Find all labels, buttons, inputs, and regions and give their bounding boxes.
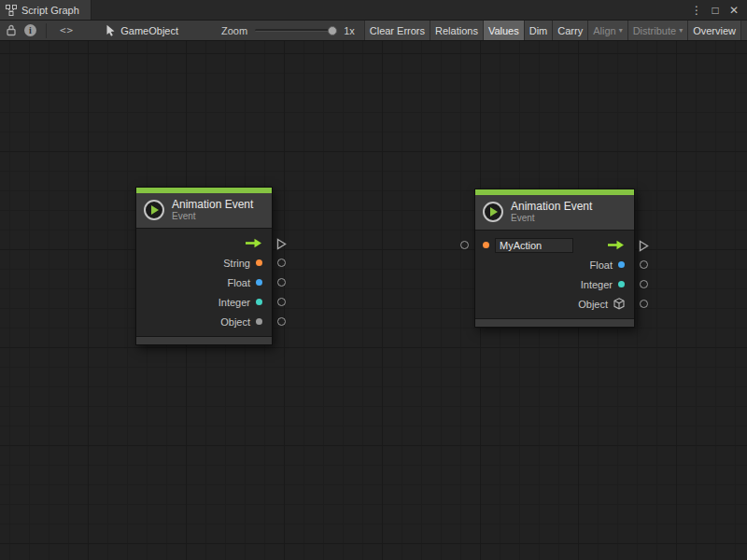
port-row-flow-out: [136, 233, 272, 253]
port-row-object: Object: [475, 294, 634, 314]
overview-button[interactable]: Overview: [687, 21, 741, 40]
node-header: Animation Event Event: [475, 195, 634, 231]
port-label-string: String: [223, 258, 250, 269]
port-label-integer: Integer: [581, 279, 613, 290]
maximize-icon[interactable]: □: [708, 4, 723, 17]
port-row-integer: Integer: [136, 292, 272, 312]
object-out-port[interactable]: [640, 300, 648, 308]
clear-errors-button[interactable]: Clear Errors: [364, 21, 430, 40]
distribute-label: Distribute: [633, 25, 676, 36]
lock-icon[interactable]: [6, 24, 17, 36]
graph-icon: [6, 5, 17, 16]
menu-icon[interactable]: ⋮: [689, 4, 704, 17]
flow-arrow-icon: [245, 238, 262, 248]
align-label: Align: [593, 25, 615, 36]
align-dropdown[interactable]: Align ▾: [587, 21, 627, 40]
relations-button[interactable]: Relations: [430, 21, 484, 40]
edit-script-icon[interactable]: <>: [60, 24, 74, 36]
string-out-port[interactable]: [277, 259, 286, 267]
info-icon[interactable]: i: [24, 24, 36, 36]
node-subtitle: Event: [511, 213, 592, 224]
relations-label: Relations: [435, 25, 478, 36]
zoom-slider[interactable]: [255, 25, 337, 36]
graph-toolbar: i <> GameObject Zoom 1x Clear Errors Rel…: [0, 21, 747, 41]
toolbar-divider: [46, 23, 47, 38]
gameobject-cursor-icon: [106, 24, 116, 36]
carry-button[interactable]: Carry: [552, 21, 588, 40]
float-type-icon: [618, 261, 625, 268]
flow-out-port[interactable]: [276, 238, 287, 250]
string-type-icon: [483, 242, 489, 248]
flow-arrow-icon: [607, 240, 625, 250]
port-row-string: String: [136, 253, 272, 273]
script-graph-window: Script Graph ⋮ □ ✕ i <> GameObject Zoom: [0, 0, 747, 560]
node-title: Animation Event: [172, 198, 253, 211]
port-label-object: Object: [220, 316, 250, 328]
integer-out-port[interactable]: [640, 280, 648, 288]
object-out-port[interactable]: [277, 317, 286, 326]
port-row-object: Object: [136, 312, 272, 331]
dim-button[interactable]: Dim: [524, 21, 554, 40]
port-row-action-flow: [475, 235, 634, 255]
flow-out-port[interactable]: [639, 240, 649, 252]
values-label: Values: [488, 25, 519, 36]
node-animation-event-2[interactable]: Animation Event Event: [474, 189, 635, 328]
values-button[interactable]: Values: [483, 21, 525, 40]
chevron-down-icon: ▾: [679, 26, 683, 35]
port-row-float: Float: [136, 273, 272, 292]
integer-type-icon: [618, 281, 625, 287]
port-label-object: Object: [578, 299, 608, 310]
node-footer: [136, 336, 272, 344]
node-body: String Float Integer Object: [136, 229, 272, 336]
gameobject-label: GameObject: [120, 25, 178, 36]
toolbar-buttons: Clear Errors Relations Values Dim Carry …: [364, 21, 740, 40]
zoom-label: Zoom: [221, 25, 247, 36]
action-in-port[interactable]: [460, 241, 469, 249]
event-play-icon: [144, 200, 164, 220]
integer-type-icon: [256, 299, 262, 305]
object-type-icon: [256, 318, 262, 325]
port-row-integer: Integer: [475, 274, 634, 294]
action-name-input[interactable]: [495, 238, 573, 253]
port-label-float: Float: [228, 277, 250, 288]
close-icon[interactable]: ✕: [726, 4, 741, 17]
overview-label: Overview: [693, 25, 736, 36]
tab-script-graph[interactable]: Script Graph: [0, 0, 92, 20]
tab-label: Script Graph: [21, 5, 79, 16]
float-type-icon: [256, 279, 262, 286]
zoom-slider-handle[interactable]: [328, 26, 337, 35]
float-out-port[interactable]: [277, 278, 286, 287]
node-title: Animation Event: [511, 200, 592, 213]
carry-label: Carry: [557, 25, 583, 36]
node-footer: [475, 318, 634, 327]
node-animation-event-1[interactable]: Animation Event Event String: [135, 187, 273, 345]
titlebar-controls: ⋮ □ ✕: [689, 0, 747, 20]
object-cube-icon: [613, 298, 625, 310]
zoom-slider-track: [255, 29, 337, 32]
port-label-integer: Integer: [218, 297, 250, 308]
node-header: Animation Event Event: [136, 193, 272, 229]
node-subtitle: Event: [172, 211, 253, 222]
distribute-dropdown[interactable]: Distribute ▾: [627, 21, 688, 40]
string-type-icon: [256, 259, 262, 266]
float-out-port[interactable]: [640, 260, 648, 269]
port-row-float: Float: [475, 255, 634, 274]
zoom-value: 1x: [344, 25, 355, 36]
port-label-float: Float: [590, 259, 613, 271]
dim-label: Dim: [529, 25, 548, 36]
event-play-icon: [483, 202, 503, 222]
clear-errors-label: Clear Errors: [370, 25, 425, 36]
graph-canvas[interactable]: Animation Event Event String: [0, 41, 747, 560]
node-body: Float Integer Object: [475, 231, 634, 318]
integer-out-port[interactable]: [277, 298, 286, 306]
titlebar-spacer: [92, 0, 689, 20]
chevron-down-icon: ▾: [619, 26, 623, 35]
titlebar: Script Graph ⋮ □ ✕: [0, 0, 747, 21]
